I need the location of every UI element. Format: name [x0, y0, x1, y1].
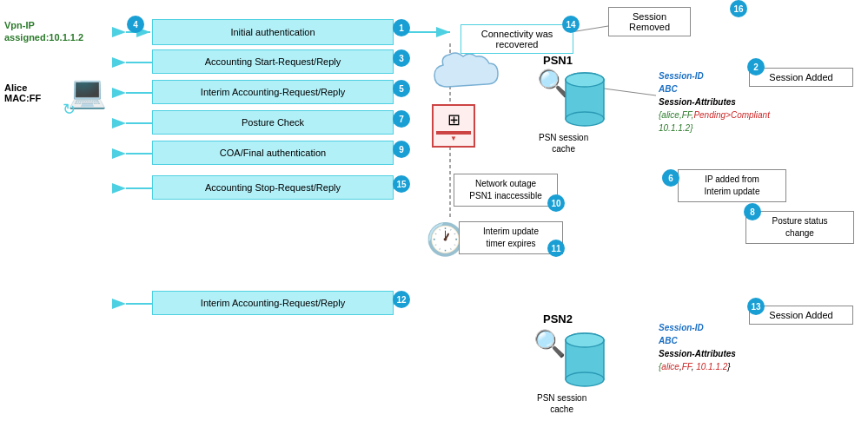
svg-point-28 — [566, 372, 604, 386]
msg-interim-acct: Interim Accounting-Request/Reply — [152, 80, 394, 104]
session-added-box-2: Session Added — [749, 306, 853, 325]
session-removed-text: SessionRemoved — [629, 11, 670, 32]
msg-initial-auth: Initial authentication — [152, 19, 394, 45]
circle-16: 16 — [730, 0, 747, 17]
circle-10: 10 — [547, 194, 565, 212]
msg-interim-acct-2: Interim Accounting-Request/Reply — [152, 291, 394, 315]
alice-label: AliceMAC:FF — [4, 82, 41, 103]
vpn-ip-label: Vpn-IP assigned:10.1.1.2 — [4, 19, 83, 44]
circle-12: 12 — [393, 291, 410, 308]
circle-8: 8 — [744, 203, 761, 220]
circle-2: 2 — [747, 58, 765, 76]
circle-3: 3 — [393, 49, 410, 67]
database-psn2 — [563, 332, 606, 388]
svg-point-25 — [566, 73, 604, 87]
session-info-1: Session-ID ABC Session-Attributes {alice… — [659, 69, 770, 135]
connectivity-text: Connectivity wasrecovered — [481, 29, 553, 49]
msg-acct-stop: Accounting Stop-Request/Reply — [152, 175, 394, 200]
circle-11: 11 — [547, 240, 565, 257]
circle-15: 15 — [393, 175, 410, 193]
svg-point-29 — [566, 333, 604, 347]
session-added-text-2: Session Added — [769, 310, 832, 320]
ip-added-box: IP added fromInterim update — [678, 169, 786, 202]
cloud-shape — [430, 48, 508, 95]
posture-status-box: Posture statuschange — [745, 211, 854, 244]
msg-posture-check: Posture Check — [152, 110, 394, 135]
session-added-text-1: Session Added — [769, 72, 832, 82]
circle-1: 1 — [393, 19, 410, 36]
connectivity-box: Connectivity wasrecovered — [461, 24, 573, 54]
network-outage-box: Network outagePSN1 inaccessible — [454, 174, 558, 207]
router-icon: ⊞ ▼ — [432, 104, 475, 148]
circle-4: 4 — [127, 16, 144, 33]
psn-cache-label-1: PSN sessioncache — [539, 132, 588, 154]
circle-14: 14 — [562, 16, 580, 33]
database-psn1 — [563, 71, 606, 128]
circle-13: 13 — [747, 298, 765, 315]
svg-point-24 — [566, 112, 604, 126]
msg-accounting-start: Accounting Start-Request/Reply — [152, 49, 394, 74]
fingerprint-icon-2: 🔍 — [533, 328, 566, 358]
psn1-label: PSN1 — [543, 54, 573, 67]
session-removed-box: SessionRemoved — [608, 7, 691, 36]
circle-7: 7 — [393, 110, 410, 128]
diagram: Vpn-IP assigned:10.1.1.2 💻 AliceMAC:FF ↻… — [0, 0, 868, 447]
psn2-label: PSN2 — [543, 312, 573, 325]
psn-cache-label-2: PSN sessioncache — [537, 392, 586, 415]
circle-5: 5 — [393, 80, 410, 97]
msg-coa-auth: COA/Final authentication — [152, 141, 394, 165]
timer-text: Interim updatetimer expires — [483, 227, 539, 248]
session-info-2: Session-ID ABC Session-Attributes {alice… — [659, 321, 736, 373]
circle-9: 9 — [393, 141, 410, 158]
outage-text: Network outagePSN1 inaccessible — [469, 179, 541, 200]
circle-6: 6 — [662, 169, 679, 187]
rotate-icon: ↻ — [63, 100, 76, 119]
